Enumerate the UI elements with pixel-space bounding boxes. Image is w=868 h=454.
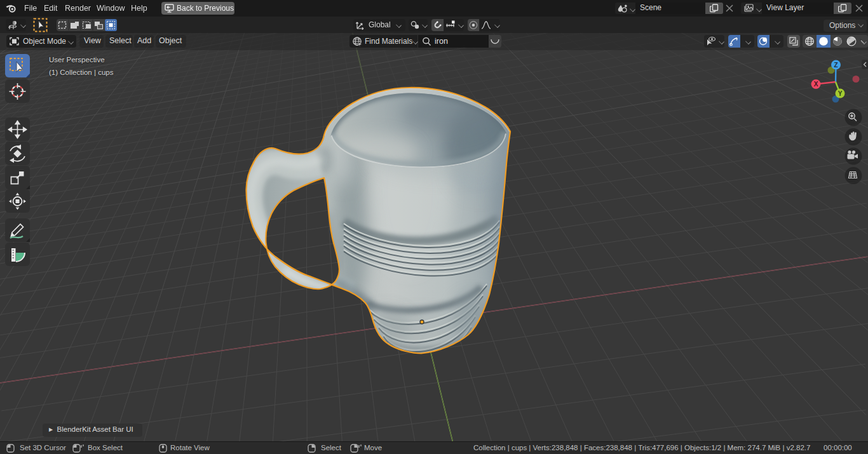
svg-text:Y: Y [838, 90, 843, 97]
svg-text:Z: Z [834, 62, 837, 69]
svg-text:X: X [814, 81, 818, 88]
